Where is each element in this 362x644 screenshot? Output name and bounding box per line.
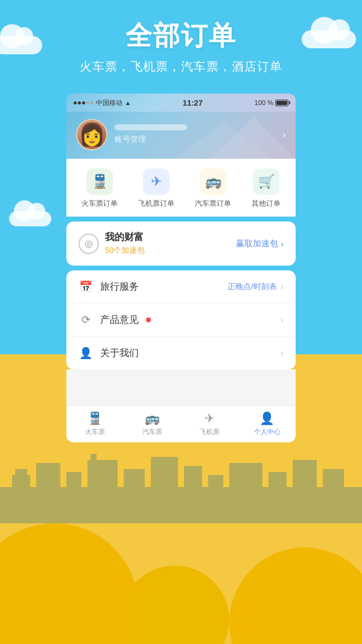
menu-item-travel-left: 📅 旅行服务: [78, 280, 139, 293]
travel-label: 旅行服务: [100, 281, 139, 293]
cloud-mid-left: [9, 211, 51, 226]
wealth-link[interactable]: 赢取加速包: [236, 238, 278, 249]
signal-dot-4: [86, 101, 89, 104]
nav-train-icon: 🚆: [87, 411, 103, 426]
nav-bus-icon: 🚌: [145, 411, 160, 426]
bus-ticket-label: 汽车票订单: [195, 199, 231, 209]
battery-icon: [275, 100, 288, 106]
menu-travel-right: 正晚点/时刻表 ›: [227, 281, 284, 292]
train-icon: 🚆: [86, 168, 113, 195]
wealth-icon: ◎: [78, 234, 99, 254]
wifi-icon: ▲: [125, 100, 131, 106]
wealth-left: ◎ 我的财富 50个加速包: [78, 231, 145, 256]
opinion-label: 产品意见: [100, 314, 139, 327]
circle-mid: [121, 566, 229, 644]
travel-hint: 正晚点/时刻表: [227, 281, 277, 292]
menu-about-right: ›: [281, 348, 284, 359]
nav-plane-icon: ✈: [205, 411, 215, 426]
nav-profile-icon: 👤: [259, 411, 275, 426]
main-card: 🚆 火车票订单 ✈ 飞机票订单 🚌 汽车票订单 🛒 其他订单: [66, 159, 296, 217]
other-orders-label: 其他订单: [252, 199, 281, 209]
profile-card[interactable]: 账号管理 ›: [66, 112, 296, 159]
tab-bus-ticket[interactable]: 🚌 汽车票订单: [195, 168, 231, 209]
opinion-icon: ⟳: [78, 313, 93, 327]
profile-mountain: [175, 110, 296, 159]
menu-section: 📅 旅行服务 正晚点/时刻表 › ⟳ 产品意见 › 👤 关于我们: [66, 270, 296, 369]
travel-icon: 📅: [78, 280, 93, 293]
wealth-right[interactable]: 赢取加速包 ›: [236, 238, 284, 249]
menu-item-opinion-left: ⟳ 产品意见: [78, 313, 151, 327]
tab-train-ticket[interactable]: 🚆 火车票订单: [81, 168, 118, 209]
plane-icon: ✈: [143, 168, 170, 195]
circle-right: [229, 547, 362, 644]
nav-profile[interactable]: 👤 个人中心: [238, 411, 296, 436]
signal-dot-2: [78, 101, 81, 104]
tab-other-orders[interactable]: 🛒 其他订单: [252, 168, 281, 209]
battery-label: 100 %: [255, 99, 273, 106]
menu-item-travel[interactable]: 📅 旅行服务 正晚点/时刻表 ›: [66, 270, 296, 304]
nav-plane[interactable]: ✈ 飞机票: [181, 411, 238, 436]
wealth-title: 我的财富: [105, 231, 145, 244]
tab-plane-ticket[interactable]: ✈ 飞机票订单: [138, 168, 174, 209]
circle-left: [0, 523, 139, 644]
signal-dots: [74, 101, 94, 104]
travel-arrow: ›: [281, 281, 284, 292]
wealth-subtitle: 50个加速包: [105, 245, 145, 256]
train-ticket-label: 火车票订单: [81, 199, 118, 209]
status-right: 100 %: [255, 99, 288, 106]
wealth-info: 我的财富 50个加速包: [105, 231, 145, 256]
sub-title: 火车票，飞机票，汽车票，酒店订单: [0, 59, 362, 75]
about-arrow: ›: [281, 348, 284, 359]
order-tabs: 🚆 火车票订单 ✈ 飞机票订单 🚌 汽车票订单 🛒 其他订单: [66, 159, 296, 217]
battery-fill: [276, 101, 287, 105]
wealth-arrow: ›: [281, 239, 284, 249]
plane-ticket-label: 飞机票订单: [138, 199, 174, 209]
title-area: 全部订单 火车票，飞机票，汽车票，酒店订单: [0, 18, 362, 75]
signal-dot-5: [91, 101, 94, 104]
nav-bus-label: 汽车票: [142, 427, 162, 436]
avatar: [76, 119, 107, 150]
nav-plane-label: 飞机票: [200, 427, 220, 436]
about-icon: 👤: [78, 346, 93, 360]
empty-space: [66, 369, 296, 406]
opinion-badge: [146, 317, 151, 322]
bottom-nav: 🚆 火车票 🚌 汽车票 ✈ 飞机票 👤 个人中心: [66, 406, 296, 442]
signal-dot-3: [82, 101, 85, 104]
phone-mockup: 中国移动 ▲ 11:27 100 % 账号管理 ›: [66, 94, 296, 442]
main-title: 全部订单: [0, 18, 362, 54]
signal-dot-1: [74, 101, 77, 104]
bus-icon: 🚌: [200, 168, 226, 195]
svg-rect-6: [91, 454, 97, 460]
nav-bus[interactable]: 🚌 汽车票: [124, 411, 181, 436]
menu-item-about[interactable]: 👤 关于我们 ›: [66, 337, 296, 369]
status-bar: 中国移动 ▲ 11:27 100 %: [66, 94, 296, 112]
nav-train[interactable]: 🚆 火车票: [66, 411, 124, 436]
nav-profile-label: 个人中心: [254, 427, 281, 436]
about-label: 关于我们: [100, 347, 139, 360]
wealth-section[interactable]: ◎ 我的财富 50个加速包 赢取加速包 ›: [66, 222, 296, 266]
avatar-image: [77, 120, 106, 149]
menu-item-opinion[interactable]: ⟳ 产品意见 ›: [66, 304, 296, 337]
carrier-label: 中国移动: [96, 98, 122, 107]
menu-item-about-left: 👤 关于我们: [78, 346, 139, 360]
nav-train-label: 火车票: [85, 427, 105, 436]
menu-opinion-right: ›: [281, 314, 284, 325]
clock: 11:27: [183, 98, 203, 107]
ground-circles: [0, 463, 362, 644]
other-icon: 🛒: [253, 168, 279, 195]
status-left: 中国移动 ▲: [74, 98, 131, 107]
opinion-arrow: ›: [281, 314, 284, 325]
